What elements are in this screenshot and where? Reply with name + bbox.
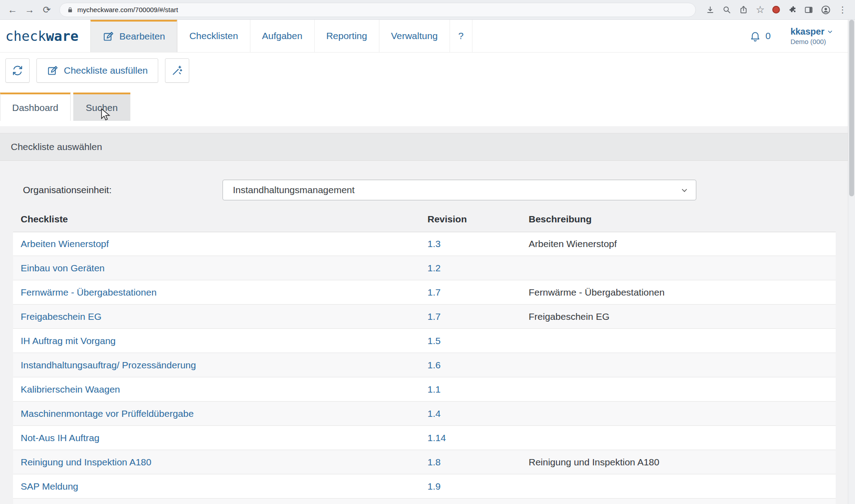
dashboard-panel: Checkliste auswählen Organisationseinhei… (0, 126, 848, 504)
checklist-link[interactable]: Not-Aus IH Auftrag (21, 433, 99, 443)
nav-item-reporting[interactable]: Reporting (314, 20, 379, 52)
table-row: Not-Aus IH Auftrag 1.14 (13, 426, 836, 450)
revision-cell: 1.14 (420, 433, 521, 443)
checklist-link[interactable]: Einbau von Geräten (21, 263, 105, 273)
chevron-down-icon (680, 186, 689, 195)
tab-dashboard[interactable]: Dashboard (0, 93, 71, 121)
main-nav: Bearbeiten Checklisten Aufgaben Reportin… (90, 20, 473, 52)
reload-icon[interactable]: ⟳ (39, 2, 55, 18)
nav-label: Reporting (326, 31, 367, 41)
user-name: kkasper (790, 26, 824, 37)
table-row: Fernwärme - Übergabestationen 1.7 Fernwä… (13, 280, 836, 305)
table-row: Freigabeschein EG 1.7 Freigabeschein EG (13, 305, 836, 329)
checklist-link[interactable]: Fernwärme - Übergabestationen (21, 287, 156, 297)
table-row: Arbeiten Wienerstopf 1.3 Arbeiten Wiener… (13, 232, 836, 256)
share-icon[interactable] (739, 5, 748, 14)
column-header-beschreibung: Beschreibung (521, 214, 836, 225)
tab-label: Dashboard (12, 102, 58, 113)
description-cell: Arbeiten Wienerstopf (521, 239, 836, 249)
logo-ware: ware (46, 28, 78, 44)
revision-cell: 1.7 (420, 287, 521, 298)
edit-icon (47, 65, 58, 76)
sync-icon (12, 65, 23, 76)
chevron-down-icon (827, 28, 833, 35)
revision-cell: 1.4 (420, 408, 521, 419)
checklist-table-body: Arbeiten Wienerstopf 1.3 Arbeiten Wiener… (13, 232, 836, 504)
revision-cell: 1.6 (420, 360, 521, 371)
checklist-link[interactable]: Freigabeschein EG (21, 311, 102, 322)
header-right: 0 kkasper Demo (000) (749, 20, 855, 52)
page-scrollbar[interactable] (848, 20, 855, 504)
checklist-link[interactable]: IH Auftrag mit Vorgang (21, 336, 116, 346)
table-row: Maschinenmontage vor Prüffeldübergabe 1.… (13, 402, 836, 426)
menu-dots-icon[interactable]: ⋮ (838, 4, 847, 15)
url-text: mycheckware.com/700009/#/start (77, 6, 178, 13)
table-row: Einbau von Geräten 1.2 (13, 256, 836, 280)
tab-label: Suchen (86, 102, 118, 113)
user-menu[interactable]: kkasper Demo (000) (790, 26, 833, 46)
table-row: TPM Ein-Punkt Schulung 1.2 (13, 499, 836, 504)
zoom-icon[interactable] (722, 5, 731, 14)
table-row: IH Auftrag mit Vorgang 1.5 (13, 329, 836, 353)
extensions-puzzle-icon[interactable] (788, 5, 797, 14)
extension-badge-icon[interactable] (772, 6, 780, 13)
revision-cell: 1.7 (420, 311, 521, 322)
url-bar[interactable]: mycheckware.com/700009/#/start (59, 3, 696, 17)
description-cell: Fernwärme - Übergabestationen (521, 287, 836, 298)
forward-icon[interactable]: → (22, 2, 38, 18)
description-cell: Reinigung und Inspektion A180 (521, 457, 836, 468)
browser-chrome: ← → ⟳ mycheckware.com/700009/#/start ☆ ⋮ (0, 0, 855, 20)
chrome-actions: ☆ ⋮ (702, 4, 851, 16)
column-header-revision: Revision (420, 214, 521, 225)
edit-icon (102, 31, 114, 42)
user-org: Demo (000) (790, 37, 833, 46)
download-icon[interactable] (706, 5, 715, 14)
notifications[interactable]: 0 (749, 30, 771, 42)
bell-icon (749, 30, 761, 42)
table-header: Checkliste Revision Beschreibung (13, 206, 836, 232)
toolbar: Checkliste ausfüllen (0, 53, 855, 88)
notification-count: 0 (766, 31, 771, 41)
checklist-link[interactable]: Reinigung und Inspektion A180 (21, 457, 151, 467)
org-unit-row: Organisationseinheit: Instandhaltungsman… (0, 180, 848, 200)
sidebar-icon[interactable] (804, 5, 813, 14)
bookmark-star-icon[interactable]: ☆ (756, 4, 765, 16)
panel-header: Checkliste auswählen (0, 133, 848, 161)
table-row: Reinigung und Inspektion A180 1.8 Reinig… (13, 450, 836, 474)
checklist-link[interactable]: SAP Meldung (21, 481, 78, 491)
revision-cell: 1.9 (420, 481, 521, 492)
revision-cell: 1.3 (420, 239, 521, 249)
nav-label: Bearbeiten (120, 31, 165, 42)
nav-item-aufgaben[interactable]: Aufgaben (250, 20, 314, 52)
checklist-link[interactable]: Instandhaltungsauftrag/ Prozessänderung (21, 360, 196, 370)
tab-suchen[interactable]: Suchen (73, 93, 130, 121)
checklist-link[interactable]: Arbeiten Wienerstopf (21, 239, 109, 249)
table-row: Kalibrierschein Waagen 1.1 (13, 377, 836, 402)
table-row: Instandhaltungsauftrag/ Prozessänderung … (13, 353, 836, 377)
scrollbar-thumb[interactable] (849, 20, 854, 196)
org-unit-value: Instandhaltungsmanagement (233, 185, 355, 195)
nav-label: Verwaltung (391, 31, 438, 41)
nav-item-bearbeiten[interactable]: Bearbeiten (90, 20, 178, 52)
fill-checklist-label: Checkliste ausfüllen (64, 65, 148, 76)
revision-cell: 1.8 (420, 457, 521, 468)
help-icon: ? (459, 31, 464, 41)
checklist-link[interactable]: Maschinenmontage vor Prüffeldübergabe (21, 408, 194, 419)
lock-icon[interactable] (67, 7, 73, 13)
refresh-button[interactable] (5, 58, 30, 83)
nav-label: Aufgaben (262, 31, 303, 41)
nav-label: Checklisten (189, 31, 238, 41)
back-icon[interactable]: ← (4, 2, 21, 18)
checkware-logo[interactable]: checkware (0, 20, 90, 52)
content-tabs: Dashboard Suchen (0, 93, 855, 121)
nav-item-verwaltung[interactable]: Verwaltung (379, 20, 450, 52)
checklist-link[interactable]: Kalibrierschein Waagen (21, 384, 120, 394)
org-unit-select[interactable]: Instandhaltungsmanagement (223, 180, 696, 200)
profile-icon[interactable] (821, 5, 831, 15)
panel-title: Checkliste auswählen (11, 141, 102, 152)
org-unit-label: Organisationseinheit: (23, 185, 223, 195)
wizard-button[interactable] (165, 58, 189, 83)
fill-checklist-button[interactable]: Checkliste ausfüllen (36, 58, 158, 83)
nav-item-help[interactable]: ? (450, 20, 473, 52)
nav-item-checklisten[interactable]: Checklisten (177, 20, 250, 52)
